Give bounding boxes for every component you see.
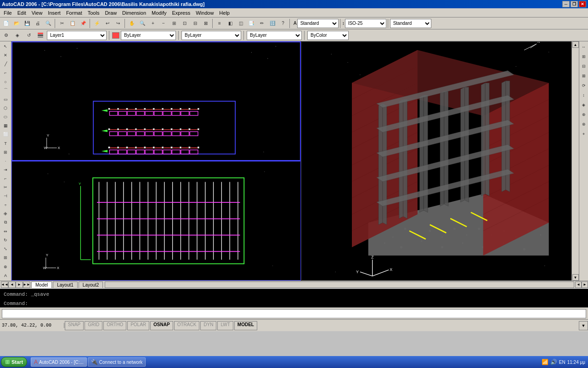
tool-offset[interactable]: ⇥ — [1, 166, 10, 174]
scroll-down-btn[interactable]: ▼ — [572, 274, 579, 281]
rp-btn2[interactable]: ⊞ — [579, 52, 588, 61]
tool-break[interactable]: ÷ — [1, 201, 10, 209]
tool-trim[interactable]: ✂ — [1, 183, 10, 191]
plotstyle2-combo[interactable]: ByColor — [307, 31, 349, 40]
plotstyle-combo[interactable]: Standard — [390, 19, 431, 28]
status-tray-btn[interactable]: ▼ — [579, 321, 588, 330]
tb-matchprop[interactable]: ⚡ — [92, 18, 102, 29]
menu-draw[interactable]: Draw — [102, 10, 119, 16]
tab-nav-next[interactable]: ► — [16, 282, 23, 288]
tb-designcenter[interactable]: ◧ — [225, 18, 235, 29]
tab-nav-first[interactable]: ◄◄ — [1, 282, 8, 288]
snap-btn[interactable]: SNAP — [65, 321, 84, 330]
close-button[interactable]: ✕ — [579, 1, 586, 7]
tool-hatch[interactable]: ▦ — [1, 121, 10, 130]
tool-array[interactable]: ⊞ — [1, 253, 10, 262]
tb-zoomin[interactable]: + — [148, 18, 158, 29]
tb-help[interactable]: ? — [278, 18, 288, 29]
tb-redo[interactable]: ↪ — [113, 18, 123, 29]
tool-ellipse[interactable]: ⬭ — [1, 113, 10, 121]
tool-pline[interactable]: ⌐ — [1, 69, 10, 77]
command-input[interactable] — [2, 309, 586, 318]
tb-zoomext[interactable]: ⊡ — [180, 18, 190, 29]
menu-express[interactable]: Express — [169, 10, 193, 16]
ortho-btn[interactable]: ORTHO — [103, 321, 126, 330]
tool-mirror[interactable]: ⇔ — [1, 227, 10, 236]
tb-calc[interactable]: 🔢 — [267, 18, 277, 29]
minimize-button[interactable]: ─ — [562, 1, 570, 7]
menu-format[interactable]: Format — [63, 10, 85, 16]
viewport-top-left[interactable]: Y X W — [11, 41, 301, 161]
layer-dropdown[interactable]: Layer1 — [47, 31, 107, 40]
tb-print[interactable]: 🖨 — [33, 18, 43, 29]
rp-btn5[interactable]: ⟳ — [579, 81, 588, 90]
tool-move[interactable]: ✙ — [1, 210, 10, 218]
linetype-combo[interactable]: ByLayer — [181, 31, 241, 40]
taskbar-network[interactable]: 🔌 Connect to a network — [88, 357, 146, 367]
tool-rotate[interactable]: ↻ — [1, 236, 10, 244]
grid-btn[interactable]: GRID — [85, 321, 102, 330]
tool-dtext[interactable]: A — [1, 271, 10, 280]
tool-select[interactable]: ↖ — [1, 42, 10, 51]
tb-undo[interactable]: ↩ — [102, 18, 113, 29]
tab-layout1[interactable]: Layout1 — [53, 282, 78, 288]
hscroll-left[interactable]: ◄ — [575, 282, 582, 288]
color-combo[interactable]: ByLayer — [121, 31, 176, 40]
otrack-btn[interactable]: OTRACK — [174, 321, 200, 330]
dyn-btn[interactable]: DYN — [200, 321, 216, 330]
rp-btn10[interactable]: ⌖ — [579, 129, 588, 138]
tb-cut[interactable]: ✂ — [57, 18, 67, 29]
start-button[interactable]: ⊞ Start — [1, 357, 27, 367]
tb-save[interactable]: 💾 — [22, 18, 32, 29]
menu-help[interactable]: Help — [216, 10, 232, 16]
tool-point[interactable]: · — [1, 157, 10, 165]
rp-btn7[interactable]: ◈ — [579, 100, 588, 109]
tool-ucs[interactable]: ⊕ — [1, 263, 10, 271]
layer-prev-btn[interactable]: ↺ — [24, 30, 34, 40]
tb-new[interactable]: 📄 — [1, 18, 11, 29]
layer-state-btn[interactable]: ◈ — [12, 30, 23, 40]
tab-layout2[interactable]: Layout2 — [79, 282, 103, 288]
menu-window[interactable]: Window — [193, 10, 216, 16]
lineweight-combo[interactable]: ByLayer — [247, 31, 302, 40]
rp-btn1[interactable]: ↔ — [579, 42, 588, 52]
viewport-3d[interactable]: Z X Y N — [301, 41, 579, 281]
tb-properties[interactable]: ≡ — [215, 18, 225, 29]
tool-erase[interactable]: ✕ — [1, 51, 10, 59]
textstyle-combo[interactable]: Standard — [297, 19, 339, 28]
tool-insert[interactable]: ⊞ — [1, 148, 10, 156]
tool-arc[interactable]: ⌒ — [1, 86, 10, 95]
tb-open[interactable]: 📂 — [11, 18, 22, 29]
tb-zoomout[interactable]: − — [158, 18, 169, 29]
taskbar-autocad[interactable]: A AutoCAD 2006 - [C:... — [31, 357, 87, 367]
tool-scale[interactable]: ⤡ — [1, 245, 10, 253]
tool-fillet[interactable]: ⌐ — [1, 174, 10, 183]
menu-view[interactable]: View — [29, 10, 45, 16]
tool-region[interactable]: ⬜ — [1, 130, 10, 138]
viewport-bottom-left[interactable]: Y Y X W — [11, 161, 301, 281]
model-btn[interactable]: MODEL — [234, 321, 257, 330]
rp-btn8[interactable]: ⊕ — [579, 110, 588, 119]
polar-btn[interactable]: POLAR — [127, 321, 149, 330]
tool-polygon[interactable]: ⬡ — [1, 104, 10, 112]
tray-lang[interactable]: EN — [559, 360, 565, 365]
tab-model[interactable]: Model — [31, 282, 52, 288]
hscroll-right[interactable]: ► — [582, 282, 588, 288]
menu-tools[interactable]: Tools — [85, 10, 102, 16]
tool-line[interactable]: ╱ — [1, 60, 10, 68]
horizontal-scrollbar[interactable] — [105, 282, 574, 288]
tb-toolpalettes[interactable]: ◫ — [236, 18, 246, 29]
lwt-btn[interactable]: LWT — [217, 321, 233, 330]
tool-text[interactable]: T — [1, 139, 10, 148]
layer-manager-btn[interactable]: ⚙ — [1, 30, 11, 40]
tool-rect[interactable]: ▭ — [1, 95, 10, 104]
rp-btn3[interactable]: ⊟ — [579, 62, 588, 71]
tb-copy[interactable]: 📋 — [68, 18, 78, 29]
menu-dimension[interactable]: Dimension — [119, 10, 149, 16]
tb-zoom[interactable]: 🔍 — [137, 18, 147, 29]
tab-nav-last[interactable]: ►► — [23, 282, 30, 288]
rp-btn4[interactable]: ⊠ — [579, 71, 588, 80]
vertical-scrollbar[interactable]: ▲ ▼ — [571, 41, 579, 281]
menu-modify[interactable]: Modify — [149, 10, 169, 16]
restore-button[interactable]: ❐ — [571, 1, 578, 7]
